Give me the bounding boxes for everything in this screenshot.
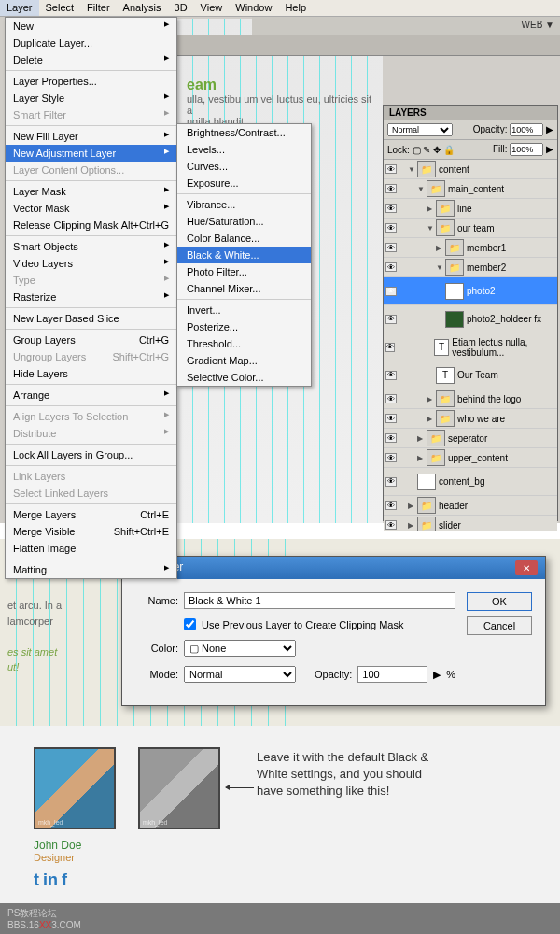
visibility-icon[interactable]: 👁 [385, 184, 397, 193]
menu-select[interactable]: Select [39, 0, 81, 16]
menuitem-rasterize[interactable]: Rasterize [6, 289, 176, 305]
layer-row[interactable]: 👁▶📁seperator [384, 429, 557, 448]
layer-row[interactable]: 👁photo2_holdeer fx [384, 305, 557, 333]
visibility-icon[interactable]: 👁 [385, 262, 397, 272]
toolbar-2[interactable] [177, 35, 560, 56]
layer-row[interactable]: 👁▶📁member1 [384, 238, 557, 258]
menu-3d[interactable]: 3D [168, 0, 194, 16]
layers-panel[interactable]: LAYERS Normal Opacity: ▶ Lock: ▢ ✎ ✥ 🔒 F… [383, 105, 558, 521]
menuitem-matting[interactable]: Matting [6, 561, 176, 578]
menuitem-group-layers[interactable]: Group LayersCtrl+G [6, 332, 176, 348]
menu-bar[interactable]: LayerSelectFilterAnalysis3DViewWindowHel… [0, 0, 560, 17]
mode-select[interactable]: Normal [184, 666, 296, 683]
menuitem-layer-properties-[interactable]: Layer Properties... [6, 73, 176, 90]
options-bar[interactable]: WEB ▼ [252, 17, 560, 35]
menuitem-new-fill-layer[interactable]: New Fill Layer [6, 128, 176, 145]
layer-row[interactable]: 👁▶📁behind the logo [384, 389, 557, 409]
menuitem-video-layers[interactable]: Video Layers [6, 255, 176, 272]
layer-row[interactable]: 👁TEtiam lectus nulla, vestibulum... [384, 333, 557, 361]
menu-analysis[interactable]: Analysis [117, 0, 168, 16]
submenu-curves-[interactable]: Curves... [177, 158, 311, 175]
cancel-button[interactable]: Cancel [467, 616, 532, 635]
fill-input[interactable] [510, 143, 543, 156]
menuitem-merge-layers[interactable]: Merge LayersCtrl+E [6, 506, 176, 523]
layer-row[interactable]: 👁▼📁main_content [384, 179, 557, 199]
visibility-icon[interactable]: 👁 [385, 243, 397, 252]
menu-window[interactable]: Window [229, 0, 278, 16]
visibility-icon[interactable]: 👁 [385, 501, 397, 510]
visibility-icon[interactable]: 👁 [385, 477, 397, 487]
submenu-hue-saturation-[interactable]: Hue/Saturation... [177, 213, 311, 230]
clipping-mask-checkbox[interactable] [184, 618, 196, 630]
layer-row[interactable]: 👁▶📁who we are [384, 409, 557, 429]
menuitem-smart-objects[interactable]: Smart Objects [6, 238, 176, 255]
close-icon[interactable]: ✕ [515, 560, 538, 575]
color-select[interactable]: ▢ None [184, 640, 296, 657]
menuitem-merge-visible[interactable]: Merge VisibleShift+Ctrl+E [6, 523, 176, 540]
layer-row[interactable]: 👁▼📁member2 [384, 258, 557, 277]
layer-name-input[interactable] [184, 592, 455, 609]
layer-row[interactable]: 👁TOur Team [384, 361, 557, 389]
menuitem-new-adjustment-layer[interactable]: New Adjustment Layer [6, 145, 176, 162]
submenu-channel-mixer-[interactable]: Channel Mixer... [177, 280, 311, 297]
submenu-exposure-[interactable]: Exposure... [177, 175, 311, 191]
layer-row[interactable]: 👁▼📁content [384, 160, 557, 179]
layer-row[interactable]: 👁photo2 [384, 277, 557, 305]
menuitem-delete[interactable]: Delete [6, 51, 176, 68]
layer-row[interactable]: 👁▼📁our team [384, 219, 557, 238]
menuitem-release-clipping-mask[interactable]: Release Clipping MaskAlt+Ctrl+G [6, 217, 176, 234]
layer-name: behind the logo [457, 394, 521, 404]
visibility-icon[interactable]: 👁 [385, 433, 397, 443]
menu-view[interactable]: View [194, 0, 230, 16]
submenu-threshold-[interactable]: Threshold... [177, 335, 311, 352]
submenu-gradient-map-[interactable]: Gradient Map... [177, 352, 311, 369]
submenu-black-white-[interactable]: Black & White... [177, 247, 311, 263]
layers-tab[interactable]: LAYERS [384, 106, 557, 120]
layer-row[interactable]: 👁▶📁header [384, 496, 557, 516]
submenu-selective-color-[interactable]: Selective Color... [177, 369, 311, 386]
menuitem-lock-all-layers-in-group-[interactable]: Lock All Layers in Group... [6, 446, 176, 463]
visibility-icon[interactable]: 👁 [385, 453, 397, 462]
submenu-brightness-contrast-[interactable]: Brightness/Contrast... [177, 124, 311, 141]
layer-row[interactable]: 👁▶📁slider [384, 516, 557, 531]
visibility-icon[interactable]: 👁 [385, 315, 397, 324]
visibility-icon[interactable]: 👁 [385, 223, 397, 233]
submenu-vibrance-[interactable]: Vibrance... [177, 196, 311, 213]
blend-mode-select[interactable]: Normal [387, 123, 453, 136]
menu-filter[interactable]: Filter [80, 0, 116, 16]
opacity-input[interactable] [510, 123, 543, 136]
submenu-color-balance-[interactable]: Color Balance... [177, 230, 311, 247]
visibility-icon[interactable]: 👁 [385, 371, 397, 380]
menuitem-new-layer-based-slice[interactable]: New Layer Based Slice [6, 310, 176, 327]
menuitem-layer-style[interactable]: Layer Style [6, 90, 176, 106]
layer-row[interactable]: 👁▶📁upper_content [384, 448, 557, 468]
menuitem-hide-layers[interactable]: Hide Layers [6, 365, 176, 382]
visibility-icon[interactable]: 👁 [385, 394, 397, 403]
submenu-levels-[interactable]: Levels... [177, 141, 311, 158]
visibility-icon[interactable]: 👁 [385, 520, 397, 530]
visibility-icon[interactable]: 👁 [385, 287, 397, 296]
menuitem-layer-mask[interactable]: Layer Mask [6, 183, 176, 200]
menu-layer[interactable]: Layer [0, 0, 39, 16]
menuitem-vector-mask[interactable]: Vector Mask [6, 200, 176, 217]
layer-row[interactable]: 👁▶📁line [384, 199, 557, 219]
layers-list[interactable]: 👁▼📁content👁▼📁main_content👁▶📁line👁▼📁our t… [384, 160, 557, 531]
layer-menu[interactable]: NewDuplicate Layer...DeleteLayer Propert… [5, 17, 177, 579]
menuitem-duplicate-layer-[interactable]: Duplicate Layer... [6, 35, 176, 51]
submenu-posterize-[interactable]: Posterize... [177, 318, 311, 335]
menuitem-arrange[interactable]: Arrange [6, 387, 176, 403]
ok-button[interactable]: OK [467, 592, 532, 611]
visibility-icon[interactable]: 👁 [385, 414, 397, 423]
menuitem-new[interactable]: New [6, 18, 176, 35]
menu-help[interactable]: Help [278, 0, 313, 16]
visibility-icon[interactable]: 👁 [385, 343, 395, 352]
visibility-icon[interactable]: 👁 [385, 204, 397, 213]
menuitem-flatten-image[interactable]: Flatten Image [6, 540, 176, 557]
dialog-titlebar[interactable]: New Layer ✕ [122, 557, 545, 579]
visibility-icon[interactable]: 👁 [385, 164, 397, 174]
submenu-invert-[interactable]: Invert... [177, 302, 311, 318]
layer-row[interactable]: 👁content_bg [384, 468, 557, 496]
dialog-opacity-input[interactable] [357, 666, 427, 683]
adjustment-submenu[interactable]: Brightness/Contrast...Levels...Curves...… [176, 123, 312, 387]
submenu-photo-filter-[interactable]: Photo Filter... [177, 263, 311, 280]
